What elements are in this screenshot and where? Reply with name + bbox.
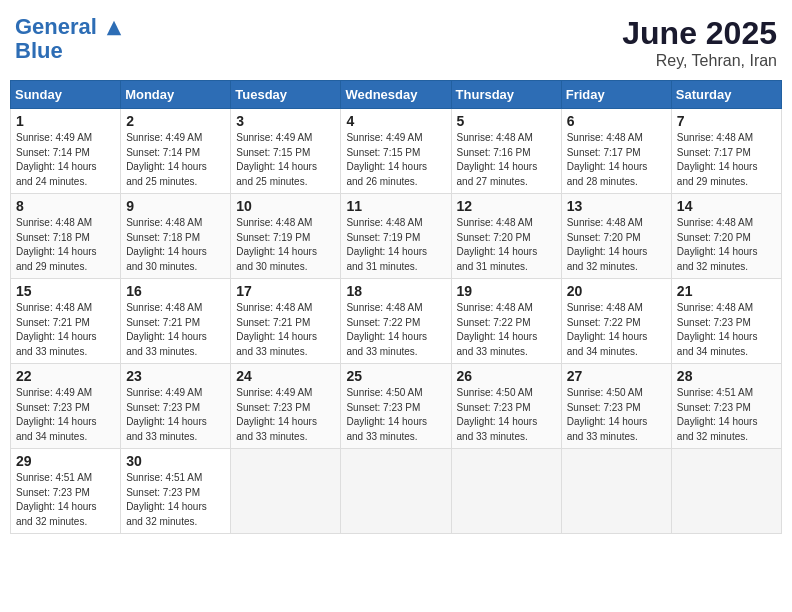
day-number: 14 bbox=[677, 198, 776, 214]
calendar-week-row: 22 Sunrise: 4:49 AMSunset: 7:23 PMDaylig… bbox=[11, 364, 782, 449]
calendar-day-cell: 16 Sunrise: 4:48 AMSunset: 7:21 PMDaylig… bbox=[121, 279, 231, 364]
day-of-week-header: Saturday bbox=[671, 81, 781, 109]
calendar-day-cell: 3 Sunrise: 4:49 AMSunset: 7:15 PMDayligh… bbox=[231, 109, 341, 194]
day-info: Sunrise: 4:48 AMSunset: 7:20 PMDaylight:… bbox=[457, 216, 556, 274]
day-info: Sunrise: 4:51 AMSunset: 7:23 PMDaylight:… bbox=[677, 386, 776, 444]
calendar-day-cell: 19 Sunrise: 4:48 AMSunset: 7:22 PMDaylig… bbox=[451, 279, 561, 364]
calendar-day-cell: 23 Sunrise: 4:49 AMSunset: 7:23 PMDaylig… bbox=[121, 364, 231, 449]
logo-text: General Blue bbox=[15, 15, 123, 63]
day-number: 3 bbox=[236, 113, 335, 129]
calendar-day-cell: 6 Sunrise: 4:48 AMSunset: 7:17 PMDayligh… bbox=[561, 109, 671, 194]
calendar-day-cell: 18 Sunrise: 4:48 AMSunset: 7:22 PMDaylig… bbox=[341, 279, 451, 364]
day-of-week-header: Monday bbox=[121, 81, 231, 109]
calendar-day-cell: 15 Sunrise: 4:48 AMSunset: 7:21 PMDaylig… bbox=[11, 279, 121, 364]
calendar-day-cell: 2 Sunrise: 4:49 AMSunset: 7:14 PMDayligh… bbox=[121, 109, 231, 194]
day-info: Sunrise: 4:48 AMSunset: 7:17 PMDaylight:… bbox=[567, 131, 666, 189]
calendar-day-cell bbox=[341, 449, 451, 534]
logo: General Blue bbox=[15, 15, 123, 63]
day-info: Sunrise: 4:48 AMSunset: 7:21 PMDaylight:… bbox=[126, 301, 225, 359]
day-info: Sunrise: 4:49 AMSunset: 7:23 PMDaylight:… bbox=[16, 386, 115, 444]
day-number: 6 bbox=[567, 113, 666, 129]
day-info: Sunrise: 4:48 AMSunset: 7:21 PMDaylight:… bbox=[16, 301, 115, 359]
day-number: 28 bbox=[677, 368, 776, 384]
day-info: Sunrise: 4:48 AMSunset: 7:19 PMDaylight:… bbox=[346, 216, 445, 274]
day-number: 20 bbox=[567, 283, 666, 299]
day-info: Sunrise: 4:48 AMSunset: 7:16 PMDaylight:… bbox=[457, 131, 556, 189]
calendar-day-cell: 9 Sunrise: 4:48 AMSunset: 7:18 PMDayligh… bbox=[121, 194, 231, 279]
day-number: 26 bbox=[457, 368, 556, 384]
day-info: Sunrise: 4:48 AMSunset: 7:18 PMDaylight:… bbox=[16, 216, 115, 274]
calendar-day-cell: 17 Sunrise: 4:48 AMSunset: 7:21 PMDaylig… bbox=[231, 279, 341, 364]
svg-marker-0 bbox=[107, 21, 121, 35]
day-number: 25 bbox=[346, 368, 445, 384]
calendar-day-cell bbox=[561, 449, 671, 534]
day-info: Sunrise: 4:48 AMSunset: 7:21 PMDaylight:… bbox=[236, 301, 335, 359]
day-number: 19 bbox=[457, 283, 556, 299]
day-number: 13 bbox=[567, 198, 666, 214]
day-info: Sunrise: 4:48 AMSunset: 7:20 PMDaylight:… bbox=[567, 216, 666, 274]
page-header: General Blue June 2025 Rey, Tehran, Iran bbox=[10, 10, 782, 70]
calendar-day-cell bbox=[671, 449, 781, 534]
calendar-day-cell: 5 Sunrise: 4:48 AMSunset: 7:16 PMDayligh… bbox=[451, 109, 561, 194]
day-number: 18 bbox=[346, 283, 445, 299]
day-number: 22 bbox=[16, 368, 115, 384]
day-info: Sunrise: 4:48 AMSunset: 7:19 PMDaylight:… bbox=[236, 216, 335, 274]
day-info: Sunrise: 4:48 AMSunset: 7:18 PMDaylight:… bbox=[126, 216, 225, 274]
day-info: Sunrise: 4:48 AMSunset: 7:23 PMDaylight:… bbox=[677, 301, 776, 359]
day-of-week-header: Wednesday bbox=[341, 81, 451, 109]
day-number: 12 bbox=[457, 198, 556, 214]
calendar-day-cell: 13 Sunrise: 4:48 AMSunset: 7:20 PMDaylig… bbox=[561, 194, 671, 279]
day-of-week-header: Tuesday bbox=[231, 81, 341, 109]
day-of-week-header: Friday bbox=[561, 81, 671, 109]
calendar-day-cell: 21 Sunrise: 4:48 AMSunset: 7:23 PMDaylig… bbox=[671, 279, 781, 364]
day-info: Sunrise: 4:50 AMSunset: 7:23 PMDaylight:… bbox=[567, 386, 666, 444]
calendar-day-cell: 12 Sunrise: 4:48 AMSunset: 7:20 PMDaylig… bbox=[451, 194, 561, 279]
calendar-week-row: 1 Sunrise: 4:49 AMSunset: 7:14 PMDayligh… bbox=[11, 109, 782, 194]
day-info: Sunrise: 4:51 AMSunset: 7:23 PMDaylight:… bbox=[126, 471, 225, 529]
day-number: 27 bbox=[567, 368, 666, 384]
calendar-day-cell: 14 Sunrise: 4:48 AMSunset: 7:20 PMDaylig… bbox=[671, 194, 781, 279]
calendar-day-cell bbox=[231, 449, 341, 534]
day-number: 24 bbox=[236, 368, 335, 384]
calendar-day-cell: 22 Sunrise: 4:49 AMSunset: 7:23 PMDaylig… bbox=[11, 364, 121, 449]
day-number: 7 bbox=[677, 113, 776, 129]
calendar-day-cell: 25 Sunrise: 4:50 AMSunset: 7:23 PMDaylig… bbox=[341, 364, 451, 449]
day-info: Sunrise: 4:49 AMSunset: 7:23 PMDaylight:… bbox=[236, 386, 335, 444]
day-info: Sunrise: 4:49 AMSunset: 7:15 PMDaylight:… bbox=[346, 131, 445, 189]
calendar-day-cell: 1 Sunrise: 4:49 AMSunset: 7:14 PMDayligh… bbox=[11, 109, 121, 194]
day-info: Sunrise: 4:48 AMSunset: 7:22 PMDaylight:… bbox=[457, 301, 556, 359]
day-number: 1 bbox=[16, 113, 115, 129]
month-year: June 2025 bbox=[622, 15, 777, 52]
day-info: Sunrise: 4:49 AMSunset: 7:14 PMDaylight:… bbox=[126, 131, 225, 189]
day-number: 10 bbox=[236, 198, 335, 214]
day-number: 23 bbox=[126, 368, 225, 384]
calendar-week-row: 29 Sunrise: 4:51 AMSunset: 7:23 PMDaylig… bbox=[11, 449, 782, 534]
day-number: 4 bbox=[346, 113, 445, 129]
calendar-day-cell bbox=[451, 449, 561, 534]
day-number: 15 bbox=[16, 283, 115, 299]
calendar-day-cell: 29 Sunrise: 4:51 AMSunset: 7:23 PMDaylig… bbox=[11, 449, 121, 534]
day-number: 29 bbox=[16, 453, 115, 469]
title-area: June 2025 Rey, Tehran, Iran bbox=[622, 15, 777, 70]
calendar-header-row: SundayMondayTuesdayWednesdayThursdayFrid… bbox=[11, 81, 782, 109]
day-info: Sunrise: 4:49 AMSunset: 7:15 PMDaylight:… bbox=[236, 131, 335, 189]
calendar-day-cell: 26 Sunrise: 4:50 AMSunset: 7:23 PMDaylig… bbox=[451, 364, 561, 449]
day-info: Sunrise: 4:49 AMSunset: 7:14 PMDaylight:… bbox=[16, 131, 115, 189]
day-number: 8 bbox=[16, 198, 115, 214]
day-info: Sunrise: 4:51 AMSunset: 7:23 PMDaylight:… bbox=[16, 471, 115, 529]
calendar-day-cell: 4 Sunrise: 4:49 AMSunset: 7:15 PMDayligh… bbox=[341, 109, 451, 194]
day-number: 9 bbox=[126, 198, 225, 214]
calendar-day-cell: 30 Sunrise: 4:51 AMSunset: 7:23 PMDaylig… bbox=[121, 449, 231, 534]
day-of-week-header: Sunday bbox=[11, 81, 121, 109]
calendar-day-cell: 27 Sunrise: 4:50 AMSunset: 7:23 PMDaylig… bbox=[561, 364, 671, 449]
location: Rey, Tehran, Iran bbox=[622, 52, 777, 70]
calendar-table: SundayMondayTuesdayWednesdayThursdayFrid… bbox=[10, 80, 782, 534]
calendar-day-cell: 28 Sunrise: 4:51 AMSunset: 7:23 PMDaylig… bbox=[671, 364, 781, 449]
calendar-day-cell: 8 Sunrise: 4:48 AMSunset: 7:18 PMDayligh… bbox=[11, 194, 121, 279]
calendar-day-cell: 7 Sunrise: 4:48 AMSunset: 7:17 PMDayligh… bbox=[671, 109, 781, 194]
calendar-day-cell: 20 Sunrise: 4:48 AMSunset: 7:22 PMDaylig… bbox=[561, 279, 671, 364]
day-info: Sunrise: 4:50 AMSunset: 7:23 PMDaylight:… bbox=[457, 386, 556, 444]
day-number: 5 bbox=[457, 113, 556, 129]
calendar-day-cell: 11 Sunrise: 4:48 AMSunset: 7:19 PMDaylig… bbox=[341, 194, 451, 279]
day-number: 16 bbox=[126, 283, 225, 299]
